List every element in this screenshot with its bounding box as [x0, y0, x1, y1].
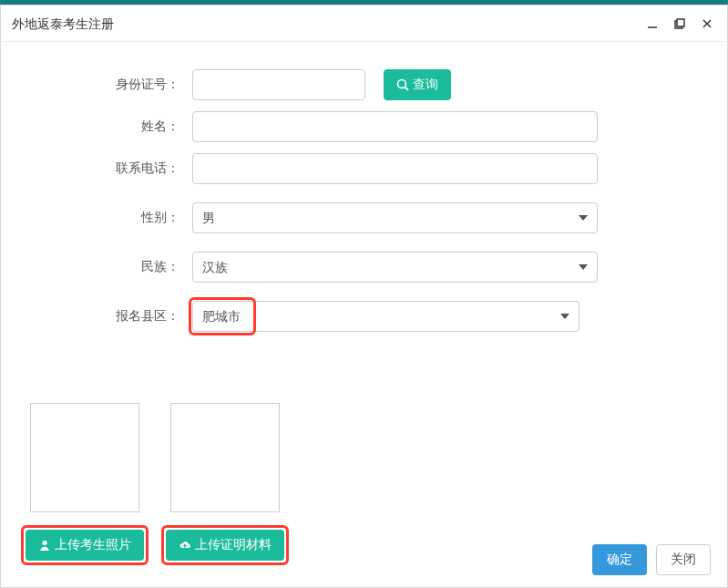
photo-preview[interactable]: [30, 403, 139, 512]
name-label: 姓名：: [19, 119, 192, 135]
search-icon: [396, 78, 409, 91]
svg-point-4: [398, 80, 406, 88]
row-id: 身份证号： 查询: [19, 69, 709, 100]
county-label: 报名县区：: [19, 308, 192, 325]
row-name: 姓名：: [19, 111, 709, 142]
dialog-footer: 确定 关闭: [1, 532, 727, 587]
id-field: [192, 69, 365, 100]
maximize-icon[interactable]: [671, 15, 689, 33]
phone-label: 联系电话：: [19, 160, 192, 177]
dialog-title: 外地返泰考生注册: [12, 5, 114, 42]
gender-field: 男: [192, 202, 598, 233]
gender-label: 性别：: [19, 210, 192, 226]
name-input[interactable]: [192, 111, 598, 142]
query-button[interactable]: 查询: [384, 69, 451, 100]
id-label: 身份证号：: [19, 77, 192, 93]
gender-select[interactable]: 男: [192, 202, 598, 233]
material-preview[interactable]: [170, 403, 280, 512]
ok-button[interactable]: 确定: [592, 544, 647, 575]
row-phone: 联系电话：: [19, 153, 709, 184]
ok-button-label: 确定: [607, 552, 632, 568]
row-gender: 性别： 男: [19, 202, 709, 233]
row-ethnicity: 民族： 汉族: [19, 252, 709, 283]
id-input[interactable]: [192, 69, 365, 100]
ethnicity-select[interactable]: 汉族: [192, 252, 598, 283]
county-field: 肥城市: [192, 301, 579, 332]
minimize-icon[interactable]: [643, 15, 661, 33]
name-field: [192, 111, 598, 142]
close-button[interactable]: 关闭: [656, 544, 711, 575]
query-field: 查询: [384, 69, 451, 100]
phone-field: [192, 153, 598, 184]
close-button-label: 关闭: [671, 552, 696, 568]
svg-rect-1: [677, 19, 684, 26]
form-content: 身份证号： 查询 姓名： 联系电话：: [1, 42, 727, 532]
query-button-label: 查询: [413, 77, 438, 93]
ethnicity-field: 汉族: [192, 252, 598, 283]
ethnicity-label: 民族：: [19, 259, 192, 275]
title-bar: 外地返泰考生注册: [1, 5, 727, 42]
window-controls: [643, 15, 716, 33]
row-county: 报名县区： 肥城市: [19, 301, 709, 332]
dialog-window: 外地返泰考生注册 身份证号：: [0, 5, 728, 588]
svg-line-5: [405, 88, 409, 91]
phone-input[interactable]: [192, 153, 598, 184]
county-select[interactable]: 肥城市: [192, 301, 579, 332]
close-icon[interactable]: [698, 15, 716, 33]
